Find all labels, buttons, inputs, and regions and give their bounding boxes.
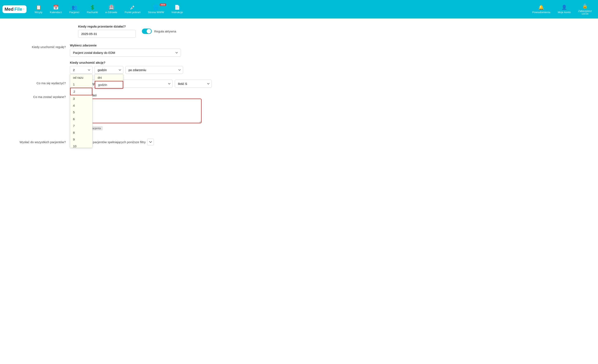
dd-1[interactable]: 1 <box>70 81 92 88</box>
toggle-row: Reguła aktywna <box>142 29 176 34</box>
top-navigation: Med File ® 📋 Wizyty 📅 Kalendarz 👥 Pacjen… <box>0 0 598 18</box>
ezdrowie-icon: 🏥 <box>108 5 114 10</box>
dd-unit-dni[interactable]: dni <box>95 74 123 81</box>
number-dropdown-overlay[interactable]: od razu 1 2 3 4 5 6 7 8 9 10 11 <box>70 74 92 148</box>
moje-konto-icon: 👤 <box>561 5 567 10</box>
wyslac-chevron-btn[interactable] <box>147 139 154 145</box>
kiedy-uruchomic-akcje-label: Kiedy uruchomić akcję? <box>70 61 586 64</box>
nav-strona-www[interactable]: NEW 🌐 Strona WWW <box>144 3 168 16</box>
nav-instrukcje[interactable]: 📄 Instrukcje <box>168 3 187 16</box>
dd-4[interactable]: 4 <box>70 102 92 109</box>
nav-punkt-pobrania-label: Punkt pobrań <box>125 11 141 14</box>
nav-powiadomienia-label: Powiadomienia <box>532 11 550 14</box>
dd-6[interactable]: 6 <box>70 116 92 122</box>
main-content: Kiedy reguła przestanie działać? Reguła … <box>0 18 598 364</box>
nav-zabezpiecz-label: Zabezpiecz <box>578 9 592 13</box>
nav-rachunki-label: Rachunki <box>87 11 98 14</box>
toggle-knob <box>147 29 151 33</box>
dd-10[interactable]: 10 <box>70 143 92 148</box>
nav-ezdrowie[interactable]: 🏥 e-Zdrowie <box>102 3 121 16</box>
co-ma-sie-wydarzyc-controls: Wyślij automatyczną wiadomość Ilość S <box>70 80 586 88</box>
co-ma-zostac-wyslane-controls: Treść wiadomości ? Nazwisko pacjenta <box>70 93 586 133</box>
date-section: Kiedy reguła przestanie działać? <box>78 25 136 38</box>
nav-wizyty-label: Wizyty <box>34 11 42 14</box>
strona-www-icon: 🌐 <box>153 5 159 10</box>
nav-pacjenci[interactable]: 👥 Pacjenci <box>66 3 83 16</box>
logo-area[interactable]: Med File ® <box>2 5 27 13</box>
nav-moje-konto[interactable]: 👤 Moje konto <box>554 3 574 16</box>
nav-ezdrowie-label: e-Zdrowie <box>105 11 117 14</box>
logo-box[interactable]: Med File ® <box>2 5 26 13</box>
punkt-pobrania-icon: 💉 <box>130 5 135 10</box>
nav-powiadomienia[interactable]: 🔔 Powiadomienia <box>529 3 554 16</box>
logo-med: Med <box>5 7 14 12</box>
info-row: ? Nazwisko pacjenta <box>70 126 586 131</box>
unit-select[interactable]: godzin <box>95 66 123 74</box>
regula-aktywna-toggle[interactable] <box>142 29 152 34</box>
nav-rachunki[interactable]: 💲 Rachunki <box>83 3 102 16</box>
dd-7[interactable]: 7 <box>70 122 92 129</box>
nav-punkt-pobrania[interactable]: 💉 Punkt pobrań <box>121 3 144 16</box>
unit-dropdown-container: godzin dni godzin <box>95 66 123 74</box>
instrukcje-icon: 📄 <box>174 5 180 10</box>
wyslac-label: Wysłać do wszystkich pacjentów? <box>12 139 66 144</box>
wyslac-controls: Wysyłaj tylko do pacjentów spełniających… <box>70 139 586 145</box>
nav-moje-konto-label: Moje konto <box>558 11 571 14</box>
co-ma-sie-wydarzyc-label: Co ma się wydarzyć? <box>12 80 66 85</box>
nav-zabezpiecz-sub: 120:00 <box>581 13 589 15</box>
co-ma-zostac-wyslane-row: Co ma zostać wysłane? Treść wiadomości ?… <box>12 93 586 133</box>
powiadomienia-icon: 🔔 <box>538 5 544 10</box>
rachunki-icon: 💲 <box>90 5 95 10</box>
action-time-row: 2 od razu 1 2 3 4 5 6 7 8 <box>70 66 586 74</box>
kiedy-regula-label: Kiedy reguła przestanie działać? <box>78 25 136 28</box>
date-input[interactable] <box>78 30 136 38</box>
wyslac-option-row: Wysyłaj tylko do pacjentów spełniających… <box>70 139 586 145</box>
date-toggle-row: Kiedy reguła przestanie działać? Reguła … <box>12 25 586 38</box>
nav-wizyty[interactable]: 📋 Wizyty <box>31 3 46 16</box>
zdarzenie-select[interactable]: Pacjent został dodany do EDM <box>70 49 181 57</box>
nav-kalendarz[interactable]: 📅 Kalendarz <box>46 3 66 16</box>
wybierz-zdarzenie-label: Wybierz zdarzenie <box>70 44 586 47</box>
pacjenci-icon: 👥 <box>72 5 77 10</box>
number-dropdown-container: 2 od razu 1 2 3 4 5 6 7 8 <box>70 66 92 74</box>
when-select[interactable]: po zdarzeniu <box>125 66 183 74</box>
co-ma-zostac-wyslane-label: Co ma zostać wysłane? <box>12 93 66 99</box>
nav-right: 🔔 Powiadomienia 👤 Moje konto 🔒 Zabezpiec… <box>529 2 596 17</box>
kalendarz-icon: 📅 <box>53 5 58 10</box>
tresc-wiadomosci-label: Treść wiadomości <box>70 93 586 97</box>
dd-od-razu[interactable]: od razu <box>70 74 92 81</box>
dd-5[interactable]: 5 <box>70 109 92 116</box>
kiedy-uruchomic-regule-row: Kiedy uruchomić regułę? Wybierz zdarzeni… <box>12 44 586 74</box>
number-select[interactable]: 2 <box>70 66 92 74</box>
logo-file: File <box>14 7 22 12</box>
dd-8[interactable]: 8 <box>70 129 92 136</box>
nav-pacjenci-label: Pacjenci <box>69 11 79 14</box>
unit-dropdown-overlay[interactable]: dni godzin <box>95 74 123 89</box>
nav-kalendarz-label: Kalendarz <box>50 11 62 14</box>
nav-items: 📋 Wizyty 📅 Kalendarz 👥 Pacjenci 💲 Rachun… <box>31 3 529 16</box>
chevron-down-icon <box>149 141 152 143</box>
kiedy-uruchomic-regule-controls: Wybierz zdarzenie Pacjent został dodany … <box>70 44 586 74</box>
logo-reg: ® <box>23 8 25 10</box>
wyslac-row-container: Wysłać do wszystkich pacjentów? Wysyłaj … <box>12 139 586 145</box>
dd-unit-godzin[interactable]: godzin <box>95 81 123 89</box>
regula-aktywna-label: Reguła aktywna <box>154 30 176 33</box>
nav-instrukcje-label: Instrukcje <box>172 11 183 14</box>
wizyty-icon: 📋 <box>36 5 41 10</box>
dd-3[interactable]: 3 <box>70 95 92 102</box>
kiedy-uruchomic-regule-label: Kiedy uruchomić regułę? <box>12 44 66 49</box>
zabezpiecz-icon: 🔒 <box>582 3 588 9</box>
new-badge: NEW <box>160 3 166 6</box>
nav-strona-www-label: Strona WWW <box>148 11 164 14</box>
dd-9[interactable]: 9 <box>70 136 92 143</box>
dd-2[interactable]: 2 <box>70 88 92 95</box>
nav-zabezpiecz[interactable]: 🔒 Zabezpiecz 120:00 <box>574 2 596 17</box>
ilosc-sms-select[interactable]: Ilość S <box>175 80 212 88</box>
